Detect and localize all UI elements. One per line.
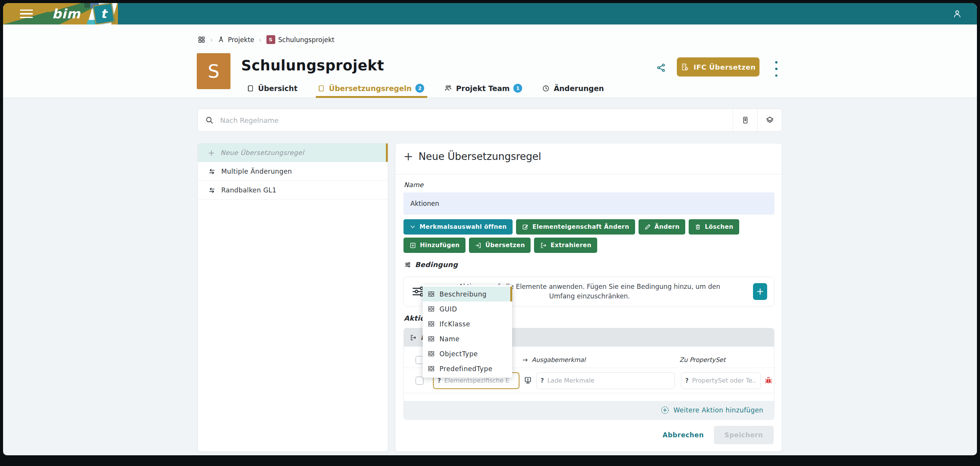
- bedingung-label: Bedingung: [415, 261, 458, 269]
- breadcrumb-project-label: Schulungsprojekt: [278, 36, 335, 44]
- user-account-icon[interactable]: [952, 9, 962, 19]
- tab-count-badge: 2: [415, 84, 424, 93]
- sidebar-item-randbalken-gl1[interactable]: Randbalken GL1: [198, 181, 388, 200]
- add-condition-button[interactable]: +: [753, 283, 767, 300]
- logo-t-tile: t: [93, 3, 114, 24]
- rule-list-view-button[interactable]: [733, 109, 757, 131]
- hamburger-menu-icon[interactable]: [20, 10, 33, 18]
- tab-uebersicht[interactable]: Übersicht: [247, 78, 297, 98]
- action-buttons-row-2: Hinzufügen Übersetzen Extrahieren: [403, 238, 597, 253]
- element-property-input[interactable]: [444, 377, 515, 384]
- loeschen-button[interactable]: Löschen: [689, 219, 739, 235]
- rule-name-input[interactable]: [403, 192, 774, 215]
- breadcrumb-project[interactable]: S Schulungsprojekt: [266, 35, 335, 44]
- project-tabs: Übersicht Übersetzungsregeln 2 Projekt T…: [247, 78, 604, 98]
- tab-uebersetzungsregeln[interactable]: Übersetzungsregeln 2: [317, 78, 424, 98]
- weitere-aktion-hinzufuegen-button[interactable]: Weitere Aktion hinzufügen: [660, 406, 763, 415]
- speichern-button[interactable]: Speichern: [714, 426, 774, 444]
- plus-box-icon: [409, 242, 416, 249]
- property-dropdown: Beschreibung GUID IfcKlasse Name ObjectT…: [423, 285, 512, 378]
- arrow-right-icon: [522, 357, 529, 363]
- dropdown-item-beschreibung[interactable]: Beschreibung: [423, 287, 512, 301]
- button-label: Übersetzen: [485, 242, 525, 249]
- hinzufuegen-button[interactable]: Hinzufügen: [403, 238, 466, 253]
- page-title: Schulungsprojekt: [241, 57, 384, 74]
- name-label: Name: [404, 181, 423, 189]
- ifc-uebersetzen-button[interactable]: IFC Übersetzen: [677, 57, 760, 77]
- brick-wall-icon: [428, 365, 435, 372]
- merkmalsauswahl-oeffnen-button[interactable]: Merkmalsauswahl öffnen: [403, 219, 513, 235]
- dropdown-item-objecttype[interactable]: ObjectType: [423, 346, 512, 361]
- project-initial-badge: S: [266, 35, 275, 44]
- dropdown-item-label: Name: [439, 335, 460, 343]
- search-icon: [205, 116, 214, 125]
- sidebar-item-multiple-aenderungen[interactable]: Multiple Änderungen: [198, 162, 388, 181]
- breadcrumb-chevron-icon: ›: [259, 36, 261, 44]
- export-box-icon: [540, 242, 547, 249]
- project-avatar: S: [197, 53, 230, 89]
- propertyset-field: ?: [681, 372, 761, 389]
- export-box-icon: [410, 334, 417, 341]
- dropdown-item-label: PredefinedType: [439, 365, 492, 373]
- aendern-button[interactable]: Ändern: [639, 219, 686, 235]
- plus-icon: +: [403, 150, 413, 163]
- compass-icon: [217, 36, 225, 43]
- aktionen-footer: Weitere Aktion hinzufügen: [404, 401, 774, 419]
- pencil-icon: [644, 223, 651, 230]
- tab-label: Projekt Team: [456, 84, 510, 93]
- dropdown-item-ifcklasse[interactable]: IfcKlasse: [423, 316, 512, 331]
- dropdown-item-name[interactable]: Name: [423, 331, 512, 346]
- abbrechen-button[interactable]: Abbrechen: [663, 431, 704, 439]
- editor-title: Neue Übersetzungsregel: [418, 151, 541, 162]
- sidebar-item-neue-uebersetzungsregel[interactable]: + Neue Übersetzungsregel: [198, 143, 388, 162]
- tab-label: Änderungen: [554, 84, 604, 93]
- search-input[interactable]: [220, 116, 733, 124]
- button-label: Merkmalsauswahl öffnen: [420, 223, 507, 230]
- swap-arrows-icon: [208, 186, 216, 194]
- layers-view-button[interactable]: [757, 109, 782, 131]
- breadcrumb-chevron-icon: ›: [210, 36, 213, 44]
- ausgabemerkmal-input[interactable]: [547, 377, 671, 384]
- editor-footer: Abbrechen Speichern: [663, 426, 774, 444]
- validation-bug-icon[interactable]: [764, 376, 773, 385]
- row-checkbox[interactable]: [415, 376, 424, 385]
- notebook-icon: [317, 85, 325, 92]
- extrahieren-button[interactable]: Extrahieren: [534, 238, 597, 253]
- dashboard-grid-icon[interactable]: [198, 36, 206, 44]
- question-prefix: ?: [685, 377, 689, 384]
- tab-label: Übersicht: [258, 84, 297, 93]
- propertyset-input[interactable]: [692, 377, 756, 384]
- layers-icon: [765, 116, 774, 125]
- share-icon[interactable]: [656, 63, 666, 73]
- people-icon: [444, 84, 452, 92]
- button-label: Ändern: [655, 223, 680, 230]
- column-ausgabemerkmal: Ausgabemerkmal: [522, 356, 586, 363]
- chevron-down-icon: [409, 223, 416, 230]
- tab-label: Übersetzungsregeln: [329, 84, 412, 93]
- rule-search-bar: [198, 109, 782, 132]
- logo-dark-square: [84, 3, 90, 8]
- rules-sidebar: + Neue Übersetzungsregel Multiple Änderu…: [198, 143, 388, 452]
- brick-wall-icon: [428, 350, 435, 357]
- bedingung-section-label: Bedingung: [404, 261, 458, 269]
- ifc-button-label: IFC Übersetzen: [694, 63, 756, 71]
- column-zu-propertyset: Zu PropertySet: [679, 356, 725, 363]
- dropdown-item-guid[interactable]: GUID: [423, 301, 512, 316]
- tab-aenderungen[interactable]: Änderungen: [542, 78, 604, 98]
- dropdown-item-predefinedtype[interactable]: PredefinedType: [423, 361, 512, 376]
- building-gear-icon: [681, 63, 689, 71]
- question-prefix: ?: [438, 377, 441, 384]
- app-window: bim t › Projekte ›: [3, 3, 977, 455]
- trash-icon: [694, 223, 701, 230]
- brick-wall-icon: [428, 335, 435, 342]
- notebook-icon: [247, 85, 254, 92]
- elementeigenschaft-aendern-button[interactable]: Elementeigenschaft Ändern: [516, 219, 635, 235]
- uebersetzen-button[interactable]: Übersetzen: [469, 238, 531, 253]
- breadcrumb-projekte[interactable]: Projekte: [217, 36, 254, 44]
- sliders-icon: [404, 261, 412, 269]
- more-options-icon[interactable]: [773, 61, 780, 77]
- rule-item-label: Neue Übersetzungsregel: [220, 149, 304, 156]
- document-list-icon: [741, 116, 750, 124]
- app-logo: bim t: [3, 3, 133, 24]
- tab-projekt-team[interactable]: Projekt Team 1: [444, 78, 522, 98]
